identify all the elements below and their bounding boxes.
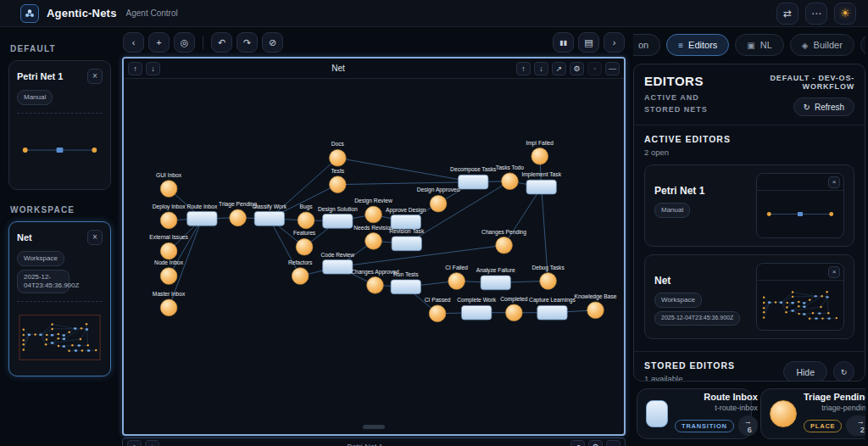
place-triage-pending[interactable] — [230, 209, 247, 226]
place-knowledge-base[interactable] — [95, 349, 97, 352]
place-features[interactable] — [46, 338, 48, 341]
place-bugs[interactable] — [46, 334, 48, 337]
place-external-issues[interactable] — [23, 339, 25, 342]
place-deploy-inbox[interactable] — [23, 334, 25, 337]
split-view-icon[interactable]: ▮▮ — [553, 32, 574, 53]
transition-t1[interactable] — [57, 148, 64, 153]
place-changes-pending[interactable] — [820, 306, 821, 308]
rows-view-icon[interactable]: ▤ — [578, 32, 599, 53]
tab-editors[interactable]: ≡ Editors — [666, 34, 729, 56]
next-editor-titlebar[interactable]: ↑ ↓ Petri Net 1 ↗ ⚙ — — [122, 438, 626, 446]
transition-capture-learnings[interactable] — [87, 349, 90, 352]
expand-icon[interactable]: ↗ — [570, 440, 585, 446]
refresh-button[interactable]: ↻ Refresh — [793, 98, 854, 116]
close-icon[interactable]: × — [828, 266, 840, 278]
place-design-review[interactable] — [365, 206, 382, 223]
default-net-card[interactable]: Petri Net 1 × Manual — [8, 60, 111, 190]
refresh-stored-icon[interactable]: ↻ — [833, 361, 854, 382]
place-design-approved[interactable] — [68, 331, 70, 333]
place-bugs[interactable] — [786, 302, 787, 304]
transition-decompose-tasks[interactable] — [74, 327, 76, 330]
place-needs-revision[interactable] — [798, 305, 799, 307]
resize-handle[interactable] — [363, 425, 385, 429]
place-node-inbox[interactable] — [23, 343, 25, 346]
minimize-icon[interactable]: — — [605, 62, 620, 75]
place-ci-passed[interactable] — [429, 305, 446, 322]
active-editor-card-petri[interactable]: Petri Net 1 Manual × — [644, 164, 854, 247]
place-p1[interactable] — [767, 212, 771, 216]
place-bugs[interactable] — [298, 212, 314, 229]
transition-implement-task[interactable] — [526, 180, 556, 194]
petri-net-canvas[interactable]: GUI InboxDeploy InboxExternal IssuesNode… — [124, 79, 624, 434]
place-knowledge-base[interactable] — [836, 317, 837, 319]
place-tasks-todo[interactable] — [821, 295, 822, 297]
transition-t1[interactable] — [798, 212, 803, 216]
place-master-inbox[interactable] — [160, 299, 177, 316]
place-tasks-todo[interactable] — [502, 173, 519, 190]
place-node-inbox[interactable] — [160, 268, 177, 285]
place-completed[interactable] — [506, 304, 523, 321]
transition-revision-task[interactable] — [392, 237, 421, 251]
expand-icon[interactable]: ↗ — [552, 62, 566, 75]
transition-design-solution[interactable] — [323, 214, 353, 228]
place-needs-revision[interactable] — [365, 233, 382, 250]
transition-approve-design[interactable] — [62, 334, 64, 337]
place-gui-inbox[interactable] — [160, 181, 177, 198]
move-down-icon[interactable]: ↓ — [145, 440, 159, 446]
transition-classify-work[interactable] — [780, 302, 782, 304]
place-triage-pending[interactable] — [775, 301, 776, 303]
transition-route-inbox[interactable] — [187, 212, 217, 226]
target-icon[interactable]: ◎ — [174, 32, 195, 53]
place-tests[interactable] — [330, 176, 347, 193]
place-external-issues[interactable] — [160, 243, 177, 259]
place-p2[interactable] — [92, 148, 97, 153]
place-debug-tasks[interactable] — [827, 312, 829, 314]
hide-button[interactable]: Hide — [783, 361, 827, 382]
transition-run-tests[interactable] — [803, 313, 805, 315]
place-changes-approved[interactable] — [58, 345, 60, 348]
place-changes-pending[interactable] — [496, 237, 513, 254]
place-ci-failed[interactable] — [448, 273, 465, 290]
transition-capture-learnings[interactable] — [537, 305, 567, 320]
place-tests[interactable] — [792, 296, 793, 298]
active-editor-card-net[interactable]: Net Workspace 2025-12-04T23:45:36.900Z × — [644, 254, 854, 339]
place-gui-inbox[interactable] — [763, 297, 765, 298]
theme-toggle-sun-icon[interactable]: ☀ — [834, 3, 856, 25]
place-refactors[interactable] — [292, 268, 309, 285]
transition-capture-learnings[interactable] — [827, 317, 830, 319]
place-refactors[interactable] — [45, 343, 47, 346]
place-completed[interactable] — [81, 349, 84, 352]
place-debug-tasks[interactable] — [86, 344, 89, 347]
place-impl-failed[interactable] — [86, 323, 88, 326]
transition-implement-task[interactable] — [826, 296, 828, 298]
place-completed[interactable] — [821, 317, 823, 319]
tab-simulation-clipped[interactable]: on — [633, 34, 660, 56]
workspace-net-card[interactable]: Net × Workspace 2025-12-04T23:45:36.900Z — [8, 221, 111, 376]
place-card-triage-pending[interactable]: Triage Pending triage-pending PLACE → 2 — [760, 388, 865, 439]
tab-builder[interactable]: ◈ Builder — [790, 34, 854, 56]
chevron-left-icon[interactable]: ‹ — [123, 32, 144, 53]
close-icon[interactable]: × — [828, 176, 840, 188]
redo-icon[interactable]: ↷ — [236, 32, 258, 53]
transition-design-solution[interactable] — [51, 334, 53, 337]
transition-revision-task[interactable] — [63, 337, 65, 340]
transition-route-inbox[interactable] — [768, 302, 771, 304]
transition-run-tests[interactable] — [62, 345, 64, 348]
dot-icon[interactable]: ◦ — [587, 62, 602, 75]
place-tasks-todo[interactable] — [81, 327, 83, 330]
transition-design-solution[interactable] — [791, 302, 793, 304]
place-changes-pending[interactable] — [80, 338, 82, 341]
place-design-approved[interactable] — [809, 299, 810, 301]
place-docs[interactable] — [330, 149, 347, 166]
place-deploy-inbox[interactable] — [763, 302, 765, 304]
transition-run-tests[interactable] — [391, 280, 420, 294]
place-gui-inbox[interactable] — [23, 328, 25, 331]
add-icon[interactable]: + — [148, 32, 170, 53]
place-ci-passed[interactable] — [809, 318, 810, 320]
transition-implement-task[interactable] — [86, 328, 88, 331]
panel-toggle-button[interactable]: · — [860, 34, 865, 56]
clear-icon[interactable]: ⊘ — [262, 32, 283, 53]
place-p1[interactable] — [23, 148, 28, 153]
place-refactors[interactable] — [785, 311, 787, 313]
transition-code-review[interactable] — [51, 342, 53, 344]
